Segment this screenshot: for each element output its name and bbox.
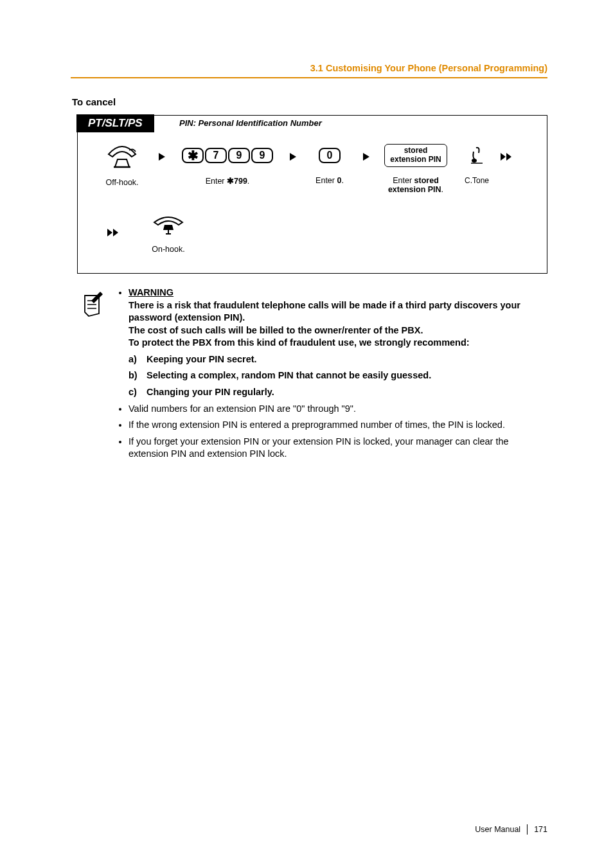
key-0: 0 [319,148,341,163]
recommendation-c: c)Changing your PIN regularly. [129,386,547,399]
key-9: 9 [228,148,250,163]
enter-pin-label: Enter stored extension PIN. [388,176,443,194]
onhook-label: On-hook. [152,245,184,254]
warning-block: WARNING There is a risk that fraudulent … [129,287,547,399]
note-valid-numbers: Valid numbers for an extension PIN are "… [129,403,547,416]
recommendation-a: a)Keeping your PIN secret. [129,353,547,366]
enter-799-label: Enter ✱799. [206,176,250,186]
offhook-icon [106,141,138,172]
procedure-panel: PT/SLT/PS PIN: Personal Identification N… [77,115,547,274]
svg-point-1 [472,159,477,163]
key-9b: 9 [251,148,273,163]
enter-0-label: Enter 0. [315,176,344,185]
notes-icon [71,287,105,465]
pin-input-box: stored extension PIN [384,144,447,168]
arrow-icon [157,141,166,172]
device-badge: PT/SLT/PS [76,114,154,132]
note-pin-forget: If you forget your extension PIN or your… [129,436,547,461]
key-7: 7 [205,148,227,163]
arrow-icon [362,141,371,172]
section-header: 3.1 Customising Your Phone (Personal Pro… [71,63,547,73]
offhook-label: Off-hook. [105,178,138,187]
page-footer: User Manual 171 [475,824,547,835]
pin-definition: PIN: Personal Identification Number [179,118,322,128]
key-star: ✱ [182,148,204,163]
double-arrow-icon [499,141,513,172]
header-rule [71,77,547,78]
recommendation-b: b)Selecting a complex, random PIN that c… [129,369,547,382]
page-number: 171 [534,825,547,834]
arrow-icon [289,141,298,172]
footer-label: User Manual [475,825,520,834]
ctone-label: C.Tone [465,176,489,185]
ctone-icon [470,145,484,166]
onhook-icon [150,213,186,238]
to-cancel-heading: To cancel [71,96,547,107]
double-arrow-icon [106,227,120,240]
note-pin-locked: If the wrong extension PIN is entered a … [129,419,547,432]
